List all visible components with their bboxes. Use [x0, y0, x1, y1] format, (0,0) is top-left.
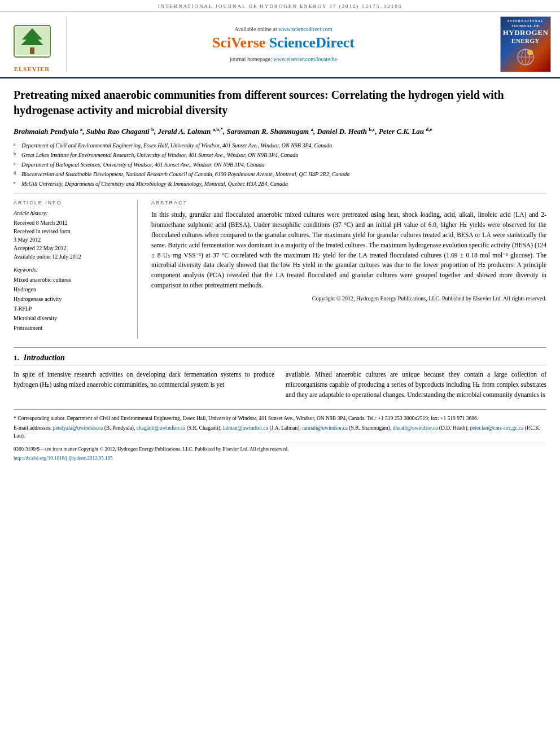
- email-pendyala[interactable]: pendyala@uwindsor.ca: [53, 425, 103, 431]
- journal-header-bar: INTERNATIONAL JOURNAL OF HYDROGEN ENERGY…: [0, 0, 560, 12]
- keyword-4: T-RFLP: [14, 304, 128, 313]
- article-history-section: Article history: Received 8 March 2012 R…: [14, 210, 128, 261]
- abstract-text: In this study, granular and flocculated …: [151, 210, 546, 303]
- keywords-label: Keywords:: [14, 267, 128, 273]
- history-label: Article history:: [14, 210, 128, 216]
- doi-link[interactable]: http://dx.doi.org/10.1016/j.ijhydene.201…: [14, 455, 113, 461]
- copyright-line: Copyright © 2012, Hydrogen Energy Public…: [151, 294, 546, 303]
- available-online-text: Available online at www.sciencedirect.co…: [234, 26, 332, 32]
- email-ramiah[interactable]: ramiah@uwindsor.ca: [302, 425, 348, 431]
- keywords-section: Keywords: Mixed anaerobic cultures Hydro…: [14, 267, 128, 333]
- accepted-date: Accepted 22 May 2012: [14, 244, 128, 252]
- keyword-6: Pretreatment: [14, 323, 128, 333]
- authors-text: Brahmaiah Pendyala a, Subba Rao Chaganti…: [14, 127, 432, 136]
- keywords-list: Mixed anaerobic cultures Hydrogen Hydrog…: [14, 275, 128, 333]
- footnote-email: E-mail addresses: pendyala@uwindsor.ca (…: [14, 424, 546, 440]
- sd-url-link[interactable]: www.sciencedirect.com: [278, 26, 332, 32]
- email-lalman[interactable]: lalman@uwindsor.ca: [223, 425, 268, 431]
- thumb-energy: ENERGY: [503, 37, 549, 45]
- article-body: Pretreating mixed anaerobic communities …: [0, 78, 560, 473]
- received-date: Received 8 March 2012: [14, 219, 128, 227]
- sciverse-part: SciVerse: [212, 34, 265, 51]
- article-info-heading: ARTICLE INFO: [14, 200, 128, 206]
- banner-area: ELSEVIER Available online at www.science…: [0, 12, 560, 78]
- svg-point-9: [527, 50, 533, 55]
- intro-body: In spite of intensive research activitie…: [14, 370, 546, 400]
- intro-right-column: available. Mixed anaerobic cultures are …: [286, 370, 546, 400]
- received-revised-label: Received in revised form: [14, 227, 128, 235]
- keyword-2: Hydrogen: [14, 285, 128, 294]
- authors-line: Brahmaiah Pendyala a, Subba Rao Chaganti…: [14, 126, 546, 137]
- email-chaganti[interactable]: chaganti@uwindsor.ca: [137, 425, 186, 431]
- abstract-column: ABSTRACT In this study, granular and flo…: [151, 200, 546, 338]
- email-peterlau[interactable]: peter.lau@cnrc-nrc.gc.ca: [470, 425, 523, 431]
- doi-line: http://dx.doi.org/10.1016/j.ijhydene.201…: [14, 455, 546, 462]
- divider-1: [14, 194, 546, 194]
- thumb-hydrogen: HYDROGEN: [503, 29, 549, 37]
- keyword-5: Microbial diversity: [14, 313, 128, 323]
- received-revised-date: 3 May 2012: [14, 235, 128, 244]
- available-online-date: Available online 12 July 2012: [14, 252, 128, 261]
- keyword-3: Hydrogenase activity: [14, 294, 128, 304]
- elsevier-logo-box: ELSEVIER: [5, 16, 67, 72]
- intro-header: 1. Introduction: [14, 353, 546, 365]
- footnote-bottom: 0360-3199/$ – see front matter Copyright…: [14, 443, 546, 462]
- divider-2: [14, 347, 546, 348]
- journal-thumbnail: International Journal of HYDROGEN ENERGY: [500, 16, 551, 72]
- abstract-paragraph: In this study, granular and flocculated …: [151, 210, 546, 291]
- globe-icon: [515, 47, 536, 67]
- footnotes-area: * Corresponding author. Department of Ci…: [14, 409, 546, 462]
- issn-line: 0360-3199/$ – see front matter Copyright…: [14, 445, 546, 453]
- article-info-column: ARTICLE INFO Article history: Received 8…: [14, 200, 138, 338]
- info-abstract-row: ARTICLE INFO Article history: Received 8…: [14, 200, 546, 338]
- svg-rect-1: [30, 47, 34, 54]
- affiliations: aDepartment of Civil and Environmental E…: [14, 141, 546, 188]
- intro-title: Introduction: [24, 353, 65, 362]
- elsevier-label: ELSEVIER: [14, 65, 50, 72]
- article-title: Pretreating mixed anaerobic communities …: [14, 88, 546, 118]
- footnote-corresponding: * Corresponding author. Department of Ci…: [14, 414, 546, 422]
- sciencedirect-box: Available online at www.sciencedirect.co…: [73, 16, 493, 72]
- introduction-section: 1. Introduction In spite of intensive re…: [14, 353, 546, 400]
- thumb-intl: International: [503, 19, 549, 24]
- journal-header-text: INTERNATIONAL JOURNAL OF HYDROGEN ENERGY…: [158, 3, 403, 9]
- elsevier-tree-icon: [10, 24, 55, 63]
- sciencedirect-title: SciVerse ScienceDirect: [212, 34, 355, 51]
- keyword-1: Mixed anaerobic cultures: [14, 275, 128, 285]
- intro-left-column: In spite of intensive research activitie…: [14, 370, 274, 400]
- email-dheath[interactable]: dheath@uwindsor.ca: [393, 425, 438, 431]
- intro-number: 1.: [14, 353, 19, 362]
- sciencedirect-part: ScienceDirect: [269, 34, 355, 51]
- journal-homepage: journal homepage: www.elsevier.com/locat…: [230, 56, 337, 62]
- homepage-link[interactable]: www.elsevier.com/locate/he: [273, 56, 337, 62]
- abstract-heading: ABSTRACT: [151, 200, 546, 206]
